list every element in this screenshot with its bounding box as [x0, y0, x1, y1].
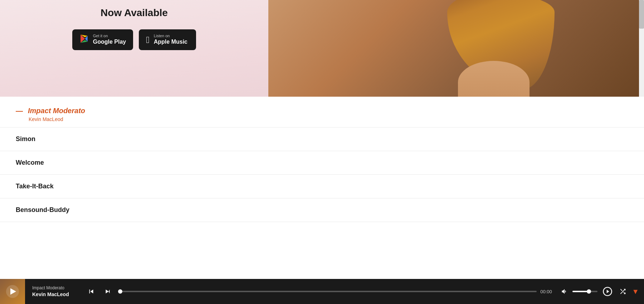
apple-music-icon:  — [146, 35, 150, 44]
track-name: Simon — [16, 135, 35, 143]
google-play-text: Get it on Google Play — [93, 34, 126, 46]
now-playing-artist: Kevin MacLeod — [29, 116, 63, 122]
apple-music-text: Listen on Apple Music — [154, 34, 187, 46]
track-item[interactable]: Simon — [0, 127, 644, 151]
track-name: Take-It-Back — [16, 183, 54, 190]
now-playing-header: — Impact Moderato Kevin MacLeod — [0, 97, 644, 127]
track-item[interactable]: Welcome — [0, 151, 644, 175]
scrollbar-thumb[interactable] — [639, 0, 644, 29]
hero-image — [268, 0, 644, 97]
hero-background — [268, 0, 644, 97]
tracks-container: SimonWelcomeTake-It-BackBensound-Buddy — [0, 127, 644, 222]
track-name: Welcome — [16, 159, 44, 167]
track-item[interactable]: Take-It-Back — [0, 175, 644, 198]
hero-content: Now Available Get it on Google Play — [0, 0, 268, 97]
hero-section: Now Available Get it on Google Play — [0, 0, 644, 97]
now-playing-title: Impact Moderato — [28, 107, 85, 115]
google-play-icon — [79, 34, 89, 45]
now-playing-dash: — — [16, 107, 23, 115]
google-play-button[interactable]: Get it on Google Play — [72, 29, 133, 50]
scrollbar[interactable] — [639, 0, 644, 97]
store-buttons: Get it on Google Play  Listen on Apple … — [72, 29, 196, 50]
tracklist-section: — Impact Moderato Kevin MacLeod SimonWel… — [0, 97, 644, 251]
now-playing-row: — Impact Moderato — [16, 107, 85, 115]
person-silhouette — [429, 0, 572, 97]
track-name: Bensound-Buddy — [16, 206, 69, 214]
apple-music-button[interactable]:  Listen on Apple Music — [139, 29, 196, 50]
hero-title: Now Available — [101, 7, 168, 19]
track-item[interactable]: Bensound-Buddy — [0, 198, 644, 222]
